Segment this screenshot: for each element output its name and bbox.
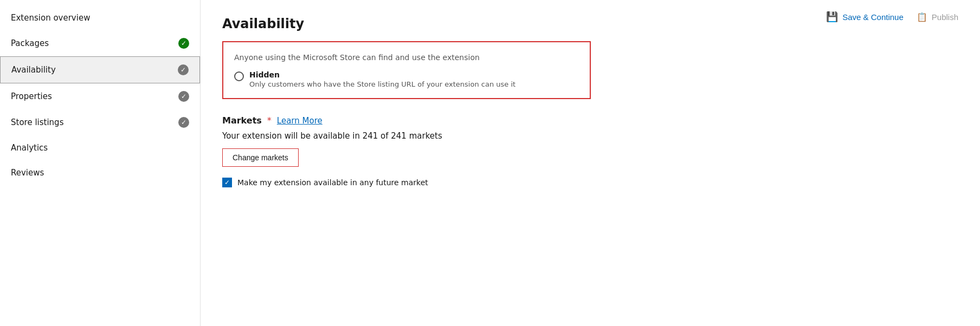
header-right: 💾 Save & Continue 📋 Publish xyxy=(826,11,958,23)
hidden-label-group: Hidden Only customers who have the Store… xyxy=(249,70,515,88)
required-star: * xyxy=(267,115,272,126)
markets-section: Markets * Learn More Your extension will… xyxy=(222,115,656,187)
main-content: Availability 💾 Save & Continue 📋 Publish… xyxy=(201,0,980,326)
header-area: Availability 💾 Save & Continue 📋 Publish xyxy=(222,11,958,41)
sidebar: Extension overview Packages ✓ Availabili… xyxy=(0,0,201,326)
publish-icon: 📋 xyxy=(917,12,927,22)
hidden-option[interactable]: Hidden Only customers who have the Store… xyxy=(234,70,579,88)
public-option: Anyone using the Microsoft Store can fin… xyxy=(234,52,579,62)
page-title: Availability xyxy=(222,16,304,31)
sidebar-item-analytics[interactable]: Analytics xyxy=(0,135,200,160)
sidebar-item-availability[interactable]: Availability ✓ xyxy=(0,56,200,83)
hidden-radio-button[interactable] xyxy=(234,71,244,81)
hidden-sublabel: Only customers who have the Store listin… xyxy=(249,80,515,88)
change-markets-button[interactable]: Change markets xyxy=(222,148,299,167)
markets-title: Markets xyxy=(222,115,262,126)
save-continue-button[interactable]: 💾 Save & Continue xyxy=(826,11,904,23)
check-gray-icon-store-listings: ✓ xyxy=(178,117,189,128)
hidden-label: Hidden xyxy=(249,70,515,79)
future-market-checkbox[interactable]: ✓ xyxy=(222,178,232,187)
future-market-label: Make my extension available in any futur… xyxy=(237,178,428,187)
sidebar-item-reviews[interactable]: Reviews xyxy=(0,160,200,185)
availability-options-box: Anyone using the Microsoft Store can fin… xyxy=(222,41,591,99)
public-description: Anyone using the Microsoft Store can fin… xyxy=(234,52,480,62)
learn-more-link[interactable]: Learn More xyxy=(277,116,323,126)
check-green-icon: ✓ xyxy=(178,38,189,49)
sidebar-item-packages[interactable]: Packages ✓ xyxy=(0,30,200,56)
sidebar-item-properties[interactable]: Properties ✓ xyxy=(0,83,200,109)
check-gray-icon-properties: ✓ xyxy=(178,91,189,102)
sidebar-item-store-listings[interactable]: Store listings ✓ xyxy=(0,109,200,135)
check-gray-icon-availability: ✓ xyxy=(178,64,189,75)
markets-description: Your extension will be available in 241 … xyxy=(222,131,656,141)
sidebar-item-extension-overview[interactable]: Extension overview xyxy=(0,5,200,30)
publish-button[interactable]: 📋 Publish xyxy=(917,12,958,22)
save-icon: 💾 xyxy=(826,11,838,23)
future-market-row: ✓ Make my extension available in any fut… xyxy=(222,178,656,187)
markets-header: Markets * Learn More xyxy=(222,115,656,126)
